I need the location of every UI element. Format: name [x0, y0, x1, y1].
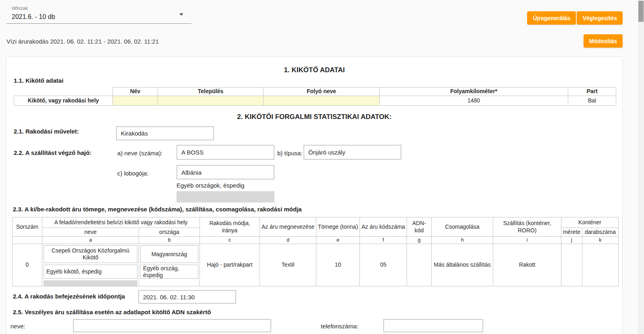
- letter-cell-f: f: [360, 237, 407, 244]
- cargo-header-container: Konténer: [561, 217, 619, 228]
- port-settlement-cell[interactable]: [158, 96, 264, 106]
- regenerate-button[interactable]: Újragenerálás: [527, 11, 576, 25]
- finish-time-label: 2.4. A rakodás befejezésének időpontja: [13, 293, 125, 300]
- letter-cell-d: d: [260, 237, 316, 244]
- port-row-label: Kikötő, vagy rakodási hely: [14, 96, 113, 106]
- cargo-row-weight: 10: [316, 244, 360, 286]
- port-header-bank: Part: [568, 88, 616, 96]
- cargo-table: Sorszám A feladó/rendeltetési belvízi ki…: [12, 217, 619, 286]
- loading-operation-label: 2.1. Rakodási művelet:: [14, 128, 79, 135]
- loading-operation-input[interactable]: [116, 126, 214, 140]
- adn-expert-label: 2.5. Veszélyes áru szállítása esetén az …: [13, 309, 211, 315]
- port-header-settlement: Település: [158, 88, 264, 96]
- letter-cell-k: k: [582, 237, 619, 244]
- cargo-header-weight: Tömege (tonna): [316, 217, 360, 237]
- period-select-label: Időszak: [12, 6, 28, 10]
- cargo-header-transport: Szállítás (konténer, RORO): [493, 217, 561, 237]
- finish-time-input[interactable]: [138, 290, 236, 304]
- port-name-cell[interactable]: [113, 96, 158, 106]
- cargo-row-country-cell: Magyarország Egyéb ország, éspedig: [139, 244, 200, 286]
- cargo-row-packaging: Más általános szállítás: [432, 244, 493, 286]
- cargo-header-container-count: darabszáma: [582, 228, 619, 237]
- cargo-row-container-count: [582, 244, 619, 286]
- letter-cell-b: b: [139, 237, 200, 244]
- port-river-cell[interactable]: [264, 96, 380, 106]
- country-select[interactable]: Magyarország: [140, 245, 198, 263]
- letter-cell-c: c: [200, 237, 260, 244]
- modify-button[interactable]: Módosítás: [584, 34, 623, 48]
- cargo-header-goods-code: Az áru kódszáma: [360, 217, 407, 237]
- other-country-input[interactable]: Egyéb ország, éspedig: [140, 265, 198, 279]
- adn-name-input[interactable]: [73, 319, 271, 332]
- vessel-name-label: a) neve (száma):: [117, 150, 163, 157]
- letter-cell-e: e: [316, 237, 360, 244]
- vessel-flag-label: c) lobogója:: [117, 170, 149, 177]
- letter-cell-a: a: [42, 237, 139, 244]
- adn-phone-label: telefonszáma:: [321, 323, 358, 330]
- vessel-type-input[interactable]: [303, 145, 401, 160]
- letter-cell-g: g: [407, 237, 432, 244]
- other-countries-field: [177, 191, 274, 202]
- adn-name-label: neve:: [10, 323, 25, 330]
- port-header-river: Folyó neve: [264, 88, 380, 96]
- vertical-scrollbar[interactable]: [638, 0, 644, 334]
- cargo-row-adn: [407, 244, 432, 286]
- port-riverkm-cell: 1480: [380, 96, 568, 106]
- page-subtitle: Vízi árurakodás 2021. 06. 02. 11:21 - 20…: [6, 38, 159, 45]
- cargo-header-packaging: Csomagolása: [432, 217, 493, 237]
- cargo-row-loading-mode: Hajó - part/rakpart: [200, 244, 260, 286]
- port-bank-cell: Bal: [568, 96, 616, 106]
- cargo-header-port-country: országa: [139, 228, 200, 237]
- cargo-header-port-name: neve: [42, 228, 139, 237]
- port-table-corner: [14, 88, 113, 96]
- cargo-row-container-size: [561, 244, 582, 286]
- port-table-row: Kikötő, vagy rakodási hely 1480 Bal: [14, 96, 616, 106]
- screen: Időszak 2021.6. - 10 db Újragenerálás Vé…: [0, 0, 644, 334]
- port-header-name: Név: [113, 88, 158, 96]
- period-select[interactable]: Időszak 2021.6. - 10 db: [6, 3, 191, 24]
- port-header-riverkm: Folyamkilométer*: [380, 88, 568, 96]
- cargo-header-loading-mode: Rakodás módja, iránya: [200, 217, 260, 237]
- cargo-row-goods-code: 05: [360, 244, 407, 286]
- cargo-row-goods-name: Textil: [260, 244, 316, 286]
- port-name-select[interactable]: Csepeli Országos Közforgalmú Kikötő: [44, 245, 137, 263]
- cargo-header-container-size: mérete: [561, 228, 582, 237]
- cargo-header-goods-name: Az áru megnevezése: [260, 217, 316, 237]
- vessel-section-label: 2.2. A szállítást végző hajó:: [14, 149, 91, 156]
- letter-cell-empty: [12, 237, 42, 244]
- vessel-flag-input[interactable]: [177, 165, 274, 180]
- other-port-input[interactable]: Egyéb kikötő, éspedig: [44, 265, 137, 279]
- cargo-header-adn: ADN-kód: [407, 217, 432, 237]
- cargo-row-transport: Rakott: [493, 244, 561, 286]
- cargo-header-index: Sorszám: [12, 217, 42, 237]
- cargo-row-port-name-cell: Csepeli Országos Közforgalmú Kikötő Egyé…: [42, 244, 139, 286]
- section1-heading: 1. KIKÖTŐ ADATAI: [6, 66, 622, 74]
- chevron-down-icon: [179, 13, 183, 16]
- vessel-name-input[interactable]: [177, 145, 274, 160]
- period-select-value: 2021.6. - 10 db: [12, 13, 55, 21]
- letter-cell-j: j: [561, 237, 582, 244]
- scrollbar-thumb[interactable]: [638, 1, 644, 22]
- section2-heading: 2. KIKÖTŐI FORGALMI STATISZTIKAI ADATOK:: [6, 113, 622, 121]
- cargo-section-label: 2.3. A ki/be-rakodott áru tömege, megnev…: [13, 206, 302, 213]
- other-port-disabled-field: [44, 280, 137, 286]
- adn-phone-input[interactable]: [383, 319, 483, 332]
- form-card: 1. KIKÖTŐ ADATAI 1.1. Kikötő adatai Név …: [6, 56, 623, 334]
- cargo-row-index: 0: [12, 244, 42, 286]
- cargo-row: 0 Csepeli Országos Közforgalmú Kikötő Eg…: [12, 244, 619, 286]
- letter-cell-h: h: [432, 237, 493, 244]
- other-countries-label: Egyéb országok, éspedig: [177, 182, 244, 189]
- finalize-button[interactable]: Véglegesítés: [577, 11, 623, 25]
- port-data-table: Név Település Folyó neve Folyamkilométer…: [14, 87, 616, 106]
- vessel-type-label: b) típusa:: [277, 150, 303, 157]
- section1-1-label: 1.1. Kikötő adatai: [14, 77, 63, 84]
- letter-cell-i: i: [493, 237, 561, 244]
- cargo-header-port-group: A feladó/rendeltetési belvízi kikötő vag…: [42, 217, 200, 228]
